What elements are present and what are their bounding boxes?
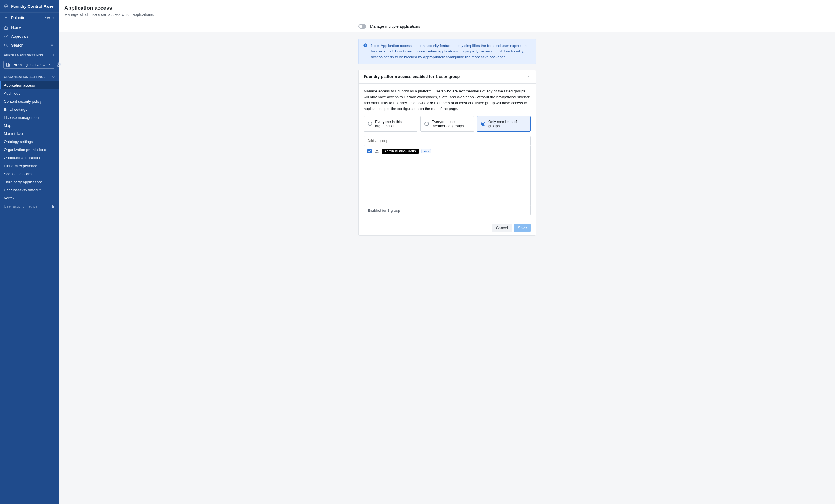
save-button[interactable]: Save [514, 224, 531, 232]
chevron-down-icon [51, 75, 56, 79]
nav-user-activity-metrics[interactable]: User activity metrics [0, 202, 59, 210]
svg-rect-9 [365, 45, 365, 46]
nav-map[interactable]: Map [0, 122, 59, 129]
org-selector[interactable]: Palantir (Read-On… [3, 61, 54, 68]
search-icon [4, 43, 8, 47]
svg-rect-4 [7, 63, 8, 66]
org-nav: Application access Audit logs Content se… [0, 81, 59, 210]
chevron-up-icon [526, 74, 531, 79]
svg-rect-2 [5, 16, 7, 17]
nav-approvals-label: Approvals [11, 34, 28, 39]
nav-platform-experience[interactable]: Platform experience [0, 162, 59, 170]
nav-home[interactable]: Home [0, 23, 59, 32]
radio-icon [481, 122, 486, 126]
nav-search[interactable]: Search ⌘J [0, 41, 59, 50]
radio-everyone-except[interactable]: Everyone except members of groups [420, 116, 474, 132]
svg-point-3 [5, 44, 7, 46]
radio-icon [424, 122, 429, 126]
nav-license-management[interactable]: License management [0, 114, 59, 122]
radio-only-members[interactable]: Only members of groups [477, 116, 531, 132]
info-banner: Note: Application access is not a securi… [359, 39, 536, 64]
svg-point-11 [375, 150, 377, 151]
lock-icon [51, 204, 56, 208]
nav-organization-permissions[interactable]: Organization permissions [0, 146, 59, 154]
group-name-badge: Administration Group [382, 149, 419, 154]
nav-approvals[interactable]: Approvals [0, 32, 59, 41]
you-tag: You [421, 149, 431, 154]
page-title: Application access [64, 5, 830, 11]
radio-everyone[interactable]: Everyone in this organization [364, 116, 418, 132]
panel-explain: Manage access to Foundry as a platform. … [364, 88, 531, 112]
logo-icon [4, 4, 8, 8]
brand: Foundry Control Panel [0, 0, 59, 13]
nav-scoped-sessions[interactable]: Scoped sessions [0, 170, 59, 178]
switch-org-link[interactable]: Switch [45, 16, 56, 20]
org-selector-label: Palantir (Read-On… [13, 63, 45, 67]
check-icon [4, 34, 8, 39]
radio-everyone-except-label: Everyone except members of groups [432, 120, 470, 128]
info-text: Note: Application access is not a securi… [371, 43, 531, 60]
nav-application-access[interactable]: Application access [0, 81, 59, 89]
brand-text: Foundry Control Panel [11, 4, 55, 8]
nav-audit-logs[interactable]: Audit logs [0, 89, 59, 97]
radio-everyone-label: Everyone in this organization [375, 120, 413, 128]
org-icon [4, 16, 8, 20]
group-checkbox[interactable] [367, 149, 372, 154]
enabled-count: Enabled for 1 group [364, 206, 531, 215]
chevron-right-icon [51, 53, 56, 57]
access-mode-radio-group: Everyone in this organization Everyone e… [364, 116, 531, 132]
manage-multiple-label: Manage multiple applications [370, 24, 420, 28]
org-name: Palantir [11, 16, 24, 20]
enrollment-settings-header[interactable]: ENROLLMENT SETTINGS [0, 50, 59, 60]
page-subtitle: Manage which users can access which appl… [64, 12, 830, 17]
svg-point-1 [5, 6, 7, 7]
svg-point-12 [377, 150, 378, 151]
organization-settings-header[interactable]: ORGANIZATION SETTINGS [0, 71, 59, 81]
info-icon [363, 43, 368, 60]
radio-icon [368, 122, 372, 126]
group-list: Administration Group You [364, 145, 531, 206]
nav-third-party-applications[interactable]: Third party applications [0, 178, 59, 186]
cancel-button[interactable]: Cancel [492, 224, 512, 232]
home-icon [4, 25, 8, 30]
manage-multiple-toggle[interactable] [359, 24, 366, 28]
svg-point-0 [4, 5, 8, 8]
nav-outbound-applications[interactable]: Outbound applications [0, 154, 59, 162]
nav-home-label: Home [11, 25, 21, 30]
nav-user-inactivity-timeout[interactable]: User inactivity timeout [0, 186, 59, 194]
group-item[interactable]: Administration Group You [367, 148, 528, 155]
main: Application access Manage which users ca… [59, 0, 835, 504]
caret-down-icon [47, 62, 52, 67]
access-panel: Foundry platform access enabled for 1 us… [359, 70, 536, 236]
radio-only-members-label: Only members of groups [488, 120, 527, 128]
panel-header[interactable]: Foundry platform access enabled for 1 us… [359, 70, 536, 83]
svg-rect-7 [52, 206, 54, 207]
nav-email-settings[interactable]: Email settings [0, 105, 59, 114]
add-group-input[interactable] [364, 136, 530, 145]
nav-marketplace[interactable]: Marketplace [0, 129, 59, 138]
svg-point-10 [365, 44, 366, 45]
building-icon [6, 62, 10, 67]
svg-rect-5 [8, 64, 9, 66]
nav-ontology-settings[interactable]: Ontology settings [0, 138, 59, 146]
people-icon [374, 149, 379, 154]
panel-title: Foundry platform access enabled for 1 us… [364, 74, 460, 79]
org-row: Palantir Switch [0, 13, 59, 23]
nav-content-security-policy[interactable]: Content security policy [0, 97, 59, 105]
nav-vertex[interactable]: Vertex [0, 194, 59, 202]
nav-search-label: Search [11, 43, 23, 47]
sidebar: Foundry Control Panel Palantir Switch Ho… [0, 0, 59, 504]
search-shortcut: ⌘J [50, 44, 56, 47]
